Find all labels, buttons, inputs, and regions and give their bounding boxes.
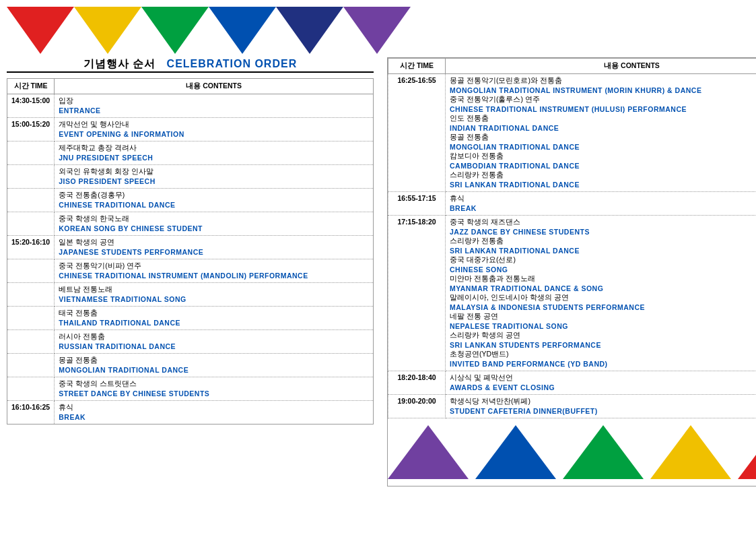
content-ko: 시상식 및 폐막선언 <box>450 373 756 383</box>
table-row: 15:00-15:20개막선언 및 행사안내EVENT OPENING & IN… <box>7 118 374 141</box>
right-schedule-table: 시간 TIME 내용 CONTENTS 16:25-16:55몽골 전통악기(모… <box>388 58 756 418</box>
page-title: 기념행사 순서 CELEBRATION ORDER <box>7 57 374 73</box>
content-en: KOREAN SONG BY CHINESE STUDENT <box>59 224 369 232</box>
content-en: MONGOLIAN TRADITIONAL INSTRUMENT (MORIN … <box>450 86 756 94</box>
time-cell <box>7 141 55 165</box>
content-cell: 중국 전통악기(비파) 연주CHINESE TRADITIONAL INSTRU… <box>55 259 374 283</box>
tri-up-blue <box>475 425 556 479</box>
content-en: JAZZ DANCE BY CHINESE STUDENTS <box>450 228 756 236</box>
content-en: RUSSIAN TRADITIONAL DANCE <box>59 342 369 350</box>
tri-up-yellow <box>650 425 731 479</box>
time-cell: 16:55-17:15 <box>388 192 446 216</box>
content-ko: 중국 전통춤(경홍무) <box>59 191 369 200</box>
table-row: 중국 전통춤(경홍무)CHINESE TRADITIONAL DANCE <box>7 189 374 212</box>
title-ko: 기념행사 순서 <box>83 58 156 69</box>
content-ko: 중국 학생의 재즈댄스 <box>450 218 756 227</box>
time-cell <box>7 330 55 354</box>
time-cell: 15:00-15:20 <box>7 118 55 141</box>
content-cell: 몽골 전통춤MONGOLIAN TRADITIONAL DANCE <box>55 354 374 377</box>
content-en: STREET DANCE BY CHINESE STUDENTS <box>59 389 369 398</box>
table-row: 19:00-20:00학생식당 저녁만찬(뷔페)STUDENT CAFETERI… <box>388 395 757 418</box>
content-cell: 베트남 전통노래VIETNAMESE TRADITIONAL SONG <box>55 283 374 307</box>
table-row: 외국인 유학생회 회장 인사말JISO PRESIDENT SPEECH <box>7 165 374 189</box>
content-en: SRI LANKAN TRADITIONAL DANCE <box>450 181 756 189</box>
content-en: CHINESE SONG <box>450 265 756 274</box>
time-cell: 18:20-18:40 <box>388 371 446 395</box>
time-cell <box>7 212 55 236</box>
content-ko: 초청공연(YD밴드) <box>450 350 756 359</box>
content-ko: 말레이시아, 인도네시아 학생의 공연 <box>450 293 756 303</box>
table-row: 중국 학생의 스트릿댄스STREET DANCE BY CHINESE STUD… <box>7 377 374 401</box>
content-ko: 몽골 전통춤 <box>450 133 756 142</box>
time-cell <box>7 259 55 283</box>
content-cell: 시상식 및 폐막선언AWARDS & EVENT CLOSING <box>446 371 757 395</box>
content-en: STUDENT CAFETERIA DINNER(BUFFET) <box>450 407 756 415</box>
content-cell: 외국인 유학생회 회장 인사말JISO PRESIDENT SPEECH <box>55 165 374 189</box>
content-en: CHINESE TRADITIONAL INSTRUMENT (MANDOLIN… <box>59 272 369 280</box>
content-cell: 중국 학생의 재즈댄스JAZZ DANCE BY CHINESE STUDENT… <box>446 216 757 371</box>
content-ko: 스리랑카 전통춤 <box>450 237 756 246</box>
table-row: 태국 전통춤THAILAND TRADITIONAL DANCE <box>7 307 374 330</box>
content-en: CHINESE TRADITIONAL DANCE <box>59 201 369 209</box>
content-en: MONGOLIAN TRADITIONAL DANCE <box>59 366 369 374</box>
tri-up-purple <box>388 425 469 479</box>
content-en: AWARDS & EVENT CLOSING <box>450 383 756 391</box>
content-ko: 스리랑카 전통춤 <box>450 170 756 180</box>
content-en: BREAK <box>450 204 756 212</box>
content-en: INDIAN TRADITIONAL DANCE <box>450 124 756 132</box>
content-cell: 몽골 전통악기(모린호르)와 전통춤MONGOLIAN TRADITIONAL … <box>446 74 757 192</box>
content-ko: 입장 <box>59 96 369 106</box>
triangle-navy <box>276 7 343 54</box>
table-row: 16:10-16:25휴식BREAK <box>7 401 374 424</box>
right-header-time: 시간 TIME <box>388 59 446 74</box>
content-en: NEPALESE TRADITIONAL SONG <box>450 322 756 330</box>
table-row: 16:55-17:15휴식BREAK <box>388 192 757 216</box>
triangle-yellow <box>74 7 141 54</box>
content-cell: 일본 학생의 공연JAPANESE STUDENTS PERFORMANCE <box>55 236 374 259</box>
time-cell: 16:25-16:55 <box>388 74 446 192</box>
table-row: 16:25-16:55몽골 전통악기(모린호르)와 전통춤MONGOLIAN T… <box>388 74 757 192</box>
time-cell <box>7 354 55 377</box>
content-cell: 태국 전통춤THAILAND TRADITIONAL DANCE <box>55 307 374 330</box>
content-ko: 인도 전통춤 <box>450 114 756 123</box>
main-layout: 기념행사 순서 CELEBRATION ORDER 시간 TIME 내용 CON… <box>0 57 756 486</box>
bottom-triangles <box>388 418 756 486</box>
content-en: CAMBODIAN TRADITIONAL DANCE <box>450 162 756 170</box>
content-cell: 중국 학생의 한국노래KOREAN SONG BY CHINESE STUDEN… <box>55 212 374 236</box>
content-en: MALAYSIA & INDONESIA STUDENTS PERFORMANC… <box>450 303 756 311</box>
content-cell: 입장ENTRANCE <box>55 94 374 118</box>
content-en: MYANMAR TRADITIONAL DANCE & SONG <box>450 284 756 292</box>
content-cell: 제주대학교 총장 격려사JNU PRESIDENT SPEECH <box>55 141 374 165</box>
content-ko: 미얀마 전통춤과 전통노래 <box>450 274 756 284</box>
triangle-red <box>7 7 74 54</box>
top-triangles <box>0 0 756 54</box>
content-ko: 중국 학생의 한국노래 <box>59 214 369 224</box>
content-en: THAILAND TRADITIONAL DANCE <box>59 319 369 327</box>
table-row: 15:20-16:10일본 학생의 공연JAPANESE STUDENTS PE… <box>7 236 374 259</box>
tri-up-red <box>738 425 756 479</box>
right-panel: 시간 TIME 내용 CONTENTS 16:25-16:55몽골 전통악기(모… <box>387 57 756 486</box>
content-ko: 캄보디아 전통춤 <box>450 152 756 161</box>
table-row: 중국 학생의 한국노래KOREAN SONG BY CHINESE STUDEN… <box>7 212 374 236</box>
content-ko: 제주대학교 총장 격려사 <box>59 144 369 153</box>
triangle-green <box>141 7 209 54</box>
table-row: 몽골 전통춤MONGOLIAN TRADITIONAL DANCE <box>7 354 374 377</box>
content-ko: 학생식당 저녁만찬(뷔페) <box>450 397 756 406</box>
content-en: JISO PRESIDENT SPEECH <box>59 177 369 185</box>
time-cell: 14:30-15:00 <box>7 94 55 118</box>
left-header-time: 시간 TIME <box>7 79 55 94</box>
content-en: CHINESE TRADITIONAL INSTRUMENT (HULUSI) … <box>450 105 756 113</box>
triangle-purple <box>343 7 411 54</box>
content-en: MONGOLIAN TRADITIONAL DANCE <box>450 143 756 151</box>
title-en: CELEBRATION ORDER <box>167 58 298 69</box>
content-ko: 몽골 전통춤 <box>59 356 369 365</box>
table-row: 제주대학교 총장 격려사JNU PRESIDENT SPEECH <box>7 141 374 165</box>
content-cell: 중국 학생의 스트릿댄스STREET DANCE BY CHINESE STUD… <box>55 377 374 401</box>
content-ko: 네팔 전통 공연 <box>450 312 756 321</box>
content-cell: 휴식BREAK <box>446 192 757 216</box>
time-cell: 19:00-20:00 <box>388 395 446 418</box>
time-cell: 15:20-16:10 <box>7 236 55 259</box>
content-ko: 중국 대중가요(선로) <box>450 255 756 265</box>
content-en: SRI LANKAN TRADITIONAL DANCE <box>450 247 756 255</box>
time-cell: 17:15-18:20 <box>388 216 446 371</box>
